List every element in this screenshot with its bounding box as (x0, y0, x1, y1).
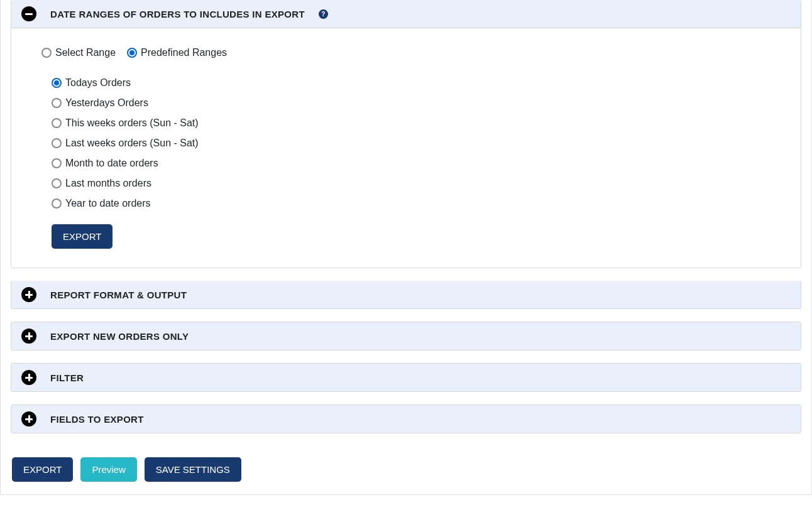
panel-title-fields-to-export: FIELDS TO EXPORT (50, 414, 144, 425)
range-this-week[interactable]: This weeks orders (Sun - Sat) (52, 117, 783, 129)
svg-text:?: ? (322, 11, 326, 18)
range-last-week-radio[interactable] (52, 138, 62, 148)
range-month-to-date-label: Month to date orders (65, 158, 158, 169)
export-inline-button[interactable]: EXPORT (52, 224, 112, 249)
range-yesterdays[interactable]: Yesterdays Orders (52, 97, 783, 109)
panel-title-export-new-only: EXPORT NEW ORDERS ONLY (50, 331, 189, 342)
range-todays[interactable]: Todays Orders (52, 77, 783, 89)
mode-select-range[interactable]: Select Range (41, 47, 116, 58)
range-todays-label: Todays Orders (65, 77, 131, 89)
predefined-range-list: Todays Orders Yesterdays Orders This wee… (29, 77, 783, 249)
preview-button[interactable]: Preview (80, 457, 136, 482)
range-year-to-date-radio[interactable] (52, 198, 62, 209)
mode-predefined-ranges[interactable]: Predefined Ranges (127, 47, 227, 58)
panel-header-export-new-only[interactable]: EXPORT NEW ORDERS ONLY (11, 322, 801, 350)
footer-buttons: EXPORT Preview SAVE SETTINGS (1, 450, 811, 482)
panel-date-ranges: DATE RANGES OF ORDERS TO INCLUDES IN EXP… (11, 0, 801, 268)
collapse-icon (21, 6, 36, 21)
panel-title-report-format: REPORT FORMAT & OUTPUT (50, 290, 187, 300)
panel-title-filter: FILTER (50, 372, 84, 383)
mode-predefined-ranges-label: Predefined Ranges (141, 47, 227, 58)
range-last-week-label: Last weeks orders (Sun - Sat) (65, 138, 199, 149)
panel-filter: FILTER (11, 363, 801, 392)
range-this-week-radio[interactable] (52, 118, 62, 128)
expand-icon (21, 287, 36, 302)
range-todays-radio[interactable] (52, 78, 62, 88)
mode-select-range-label: Select Range (55, 47, 116, 58)
range-yesterdays-radio[interactable] (52, 98, 62, 108)
range-year-to-date-label: Year to date orders (65, 198, 151, 209)
range-last-month-radio[interactable] (52, 178, 62, 188)
expand-icon (21, 411, 36, 426)
save-settings-button[interactable]: SAVE SETTINGS (145, 457, 241, 482)
expand-icon (21, 370, 36, 385)
range-last-week[interactable]: Last weeks orders (Sun - Sat) (52, 138, 783, 149)
range-mode-group: Select Range Predefined Ranges (29, 47, 783, 58)
panel-report-format: REPORT FORMAT & OUTPUT (11, 281, 801, 309)
panel-body-date-ranges: Select Range Predefined Ranges Todays Or… (11, 28, 801, 268)
range-month-to-date[interactable]: Month to date orders (52, 158, 783, 169)
range-last-month-label: Last months orders (65, 178, 151, 189)
expand-icon (21, 329, 36, 344)
panel-header-date-ranges[interactable]: DATE RANGES OF ORDERS TO INCLUDES IN EXP… (11, 0, 801, 28)
range-year-to-date[interactable]: Year to date orders (52, 198, 783, 209)
range-this-week-label: This weeks orders (Sun - Sat) (65, 117, 199, 129)
export-button[interactable]: EXPORT (12, 457, 73, 482)
panel-header-fields-to-export[interactable]: FIELDS TO EXPORT (11, 405, 801, 433)
range-yesterdays-label: Yesterdays Orders (65, 97, 148, 109)
panel-export-new-only: EXPORT NEW ORDERS ONLY (11, 322, 801, 350)
panel-header-report-format[interactable]: REPORT FORMAT & OUTPUT (11, 281, 801, 308)
help-icon[interactable]: ? (319, 9, 329, 19)
range-last-month[interactable]: Last months orders (52, 178, 783, 189)
mode-predefined-ranges-radio[interactable] (127, 48, 137, 58)
mode-select-range-radio[interactable] (41, 48, 52, 58)
panel-header-filter[interactable]: FILTER (11, 364, 801, 391)
panel-title-date-ranges: DATE RANGES OF ORDERS TO INCLUDES IN EXP… (50, 9, 305, 19)
range-month-to-date-radio[interactable] (52, 158, 62, 168)
panel-fields-to-export: FIELDS TO EXPORT (11, 405, 801, 433)
